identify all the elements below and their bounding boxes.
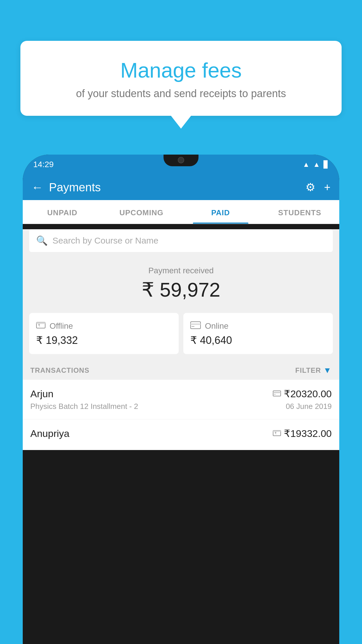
svg-rect-8 (274, 394, 276, 395)
transaction-amount-wrap: ₹20320.00 (273, 388, 332, 400)
transaction-date: 06 June 2019 (286, 402, 332, 411)
payment-total-amount: ₹ 59,972 (23, 278, 339, 301)
transaction-name: Arjun (30, 388, 53, 400)
status-icons: ▲ ▲ ▊ (303, 160, 329, 169)
online-label: Online (205, 321, 229, 331)
tooltip-card: Manage fees of your students and send re… (20, 41, 342, 116)
transactions-header: TRANSACTIONS FILTER ▼ (23, 360, 339, 380)
tab-unpaid[interactable]: UNPAID (23, 200, 102, 224)
svg-rect-3 (191, 322, 201, 329)
transaction-name: Anupriya (30, 428, 69, 439)
online-amount: ₹ 40,640 (190, 334, 326, 346)
app-header: ← Payments ⚙ + (23, 174, 339, 200)
back-button[interactable]: ← (31, 181, 43, 194)
signal-icon: ▲ (313, 160, 320, 169)
add-icon[interactable]: + (324, 181, 331, 194)
tab-paid[interactable]: PAID (181, 200, 260, 224)
credit-card-icon (190, 321, 201, 331)
online-card: Online ₹ 40,640 (183, 313, 333, 354)
payment-cards: ₹ Offline ₹ 19,332 (29, 313, 333, 354)
offline-amount: ₹ 19,332 (36, 334, 172, 346)
camera-dot (178, 157, 184, 163)
svg-rect-11 (273, 430, 281, 432)
svg-rect-5 (191, 326, 194, 327)
status-bar: 14:29 ▲ ▲ ▊ (23, 155, 339, 174)
svg-rect-7 (273, 392, 281, 393)
transaction-item[interactable]: Anupriya ₹ ₹19332.00 (23, 419, 339, 450)
transaction-amount: ₹20320.00 (284, 388, 332, 400)
transaction-course: Physics Batch 12 Installment - 2 (30, 402, 138, 411)
search-icon: 🔍 (36, 235, 48, 246)
tooltip-subtitle: of your students and send receipts to pa… (35, 88, 327, 100)
svg-rect-4 (191, 323, 201, 325)
search-bar[interactable]: 🔍 Search by Course or Name (29, 229, 333, 252)
filter-label: FILTER (295, 366, 321, 374)
payment-type-icon (273, 389, 281, 398)
transactions-label: TRANSACTIONS (30, 366, 89, 374)
payment-received-label: Payment received (23, 266, 339, 275)
battery-icon: ▊ (324, 160, 329, 169)
transaction-item[interactable]: Arjun ₹20320.00 (23, 380, 339, 419)
filter-icon: ▼ (323, 366, 332, 375)
svg-rect-2 (36, 322, 45, 324)
status-time: 14:29 (33, 160, 54, 169)
transaction-amount: ₹19332.00 (284, 428, 332, 439)
header-icons: ⚙ + (305, 181, 331, 194)
search-placeholder: Search by Course or Name (52, 236, 159, 246)
settings-icon[interactable]: ⚙ (305, 181, 315, 194)
phone-mockup: 14:29 ▲ ▲ ▊ ← Payments ⚙ + UNPAID (23, 155, 339, 644)
tab-students[interactable]: STUDENTS (260, 200, 340, 224)
payment-type-icon: ₹ (273, 429, 281, 438)
tooltip-title: Manage fees (35, 58, 327, 82)
phone-screen: 🔍 Search by Course or Name Payment recei… (23, 229, 339, 450)
page-title: Payments (49, 181, 300, 194)
offline-icon: ₹ (36, 321, 45, 331)
transaction-list: Arjun ₹20320.00 (23, 380, 339, 450)
svg-rect-6 (273, 391, 281, 396)
tabs-bar: UNPAID UPCOMING PAID STUDENTS (23, 200, 339, 224)
filter-button[interactable]: FILTER ▼ (295, 366, 332, 375)
wifi-icon: ▲ (303, 160, 310, 169)
offline-label: Offline (50, 321, 73, 331)
tab-upcoming[interactable]: UPCOMING (102, 200, 181, 224)
notch (164, 155, 198, 166)
payment-summary: Payment received ₹ 59,972 (23, 257, 339, 307)
offline-card: ₹ Offline ₹ 19,332 (29, 313, 179, 354)
transaction-amount-wrap: ₹ ₹19332.00 (273, 428, 332, 439)
